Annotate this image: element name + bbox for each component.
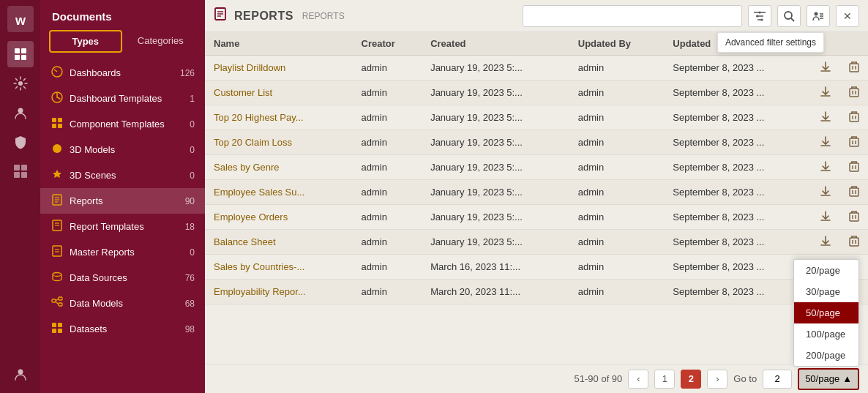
- perpage-50[interactable]: 50/page: [794, 302, 858, 323]
- perpage-30[interactable]: 30/page: [794, 281, 858, 302]
- svg-line-35: [56, 302, 59, 304]
- master-reports-count: 0: [190, 247, 195, 258]
- doc-item-data-sources[interactable]: Data Sources 76: [40, 265, 205, 291]
- reports-table: Name Creator Created Updated By Updated …: [205, 32, 868, 304]
- next-page-btn[interactable]: ›: [707, 370, 727, 389]
- close-btn[interactable]: ✕: [836, 5, 859, 27]
- doc-item-report-templates[interactable]: Report Templates 18: [40, 214, 205, 239]
- row-download-btn[interactable]: [811, 205, 840, 230]
- nav-shield[interactable]: [7, 129, 34, 155]
- perpage-200[interactable]: 200/page: [794, 345, 858, 366]
- row-name[interactable]: Balance Sheet: [205, 230, 353, 255]
- svg-rect-36: [52, 323, 56, 327]
- doc-item-dashboard-templates[interactable]: Dashboard Templates 1: [40, 86, 205, 111]
- svg-text:w: w: [14, 13, 26, 28]
- filter-btn[interactable]: [748, 5, 771, 27]
- row-name[interactable]: Playlist Drilldown: [205, 56, 353, 81]
- svg-rect-3: [21, 48, 26, 53]
- dashboard-templates-icon: [50, 91, 64, 105]
- row-name[interactable]: Top 20 Highest Pay...: [205, 105, 353, 130]
- perpage-100[interactable]: 100/page: [794, 323, 858, 345]
- reports-label: Reports: [70, 195, 179, 206]
- row-created: January 19, 2023 5:...: [422, 81, 569, 105]
- doc-item-reports[interactable]: Reports 90: [40, 188, 205, 214]
- 3d-scenes-count: 0: [190, 171, 195, 181]
- row-delete-btn[interactable]: [840, 155, 868, 180]
- nav-grid[interactable]: [7, 158, 34, 184]
- row-name[interactable]: Customer List: [205, 81, 353, 105]
- type-category-tabs: Types Categories: [40, 30, 205, 60]
- tab-types[interactable]: Types: [49, 30, 122, 53]
- doc-item-master-reports[interactable]: Master Reports 0: [40, 239, 205, 265]
- goto-input[interactable]: [763, 370, 792, 389]
- row-download-btn[interactable]: [811, 155, 840, 180]
- nav-user-profile[interactable]: [7, 361, 34, 387]
- row-delete-btn[interactable]: [840, 130, 868, 155]
- row-updated: September 8, 2023 ...: [664, 81, 811, 105]
- row-updated: September 8, 2023 ...: [664, 205, 811, 230]
- perpage-20[interactable]: 20/page: [794, 260, 858, 281]
- 3d-models-label: 3D Models: [70, 144, 184, 155]
- row-delete-btn[interactable]: [840, 230, 868, 255]
- row-download-btn[interactable]: [811, 105, 840, 130]
- component-templates-count: 0: [190, 119, 195, 130]
- row-creator: admin: [353, 230, 422, 255]
- nav-user[interactable]: [7, 100, 34, 126]
- doc-item-3d-models[interactable]: 3D Models 0: [40, 137, 205, 162]
- table-row: Balance Sheet admin January 19, 2023 5:.…: [205, 230, 868, 255]
- tab-categories[interactable]: Categories: [125, 30, 197, 53]
- nav-settings[interactable]: [7, 70, 34, 97]
- table-row: Employee Sales Su... admin January 19, 2…: [205, 180, 868, 205]
- row-updated-by: admin: [569, 180, 665, 205]
- datasets-icon: [50, 322, 64, 336]
- prev-page-btn[interactable]: ‹: [628, 370, 648, 389]
- row-name[interactable]: Top 20 Claim Loss: [205, 130, 353, 155]
- search-btn[interactable]: [777, 5, 801, 27]
- report-templates-icon: [50, 220, 64, 233]
- row-created: March 20, 2023 11:...: [422, 280, 569, 304]
- doc-item-dashboards[interactable]: Dashboards 126: [40, 60, 205, 86]
- row-delete-btn[interactable]: [840, 81, 868, 105]
- nav-home[interactable]: [7, 41, 34, 67]
- app-logo[interactable]: w: [7, 6, 34, 32]
- reports-count: 90: [185, 196, 195, 206]
- svg-point-7: [18, 108, 23, 113]
- doc-item-data-models[interactable]: Data Models 68: [40, 291, 205, 316]
- row-name[interactable]: Sales by Genre: [205, 155, 353, 180]
- svg-rect-2: [15, 48, 20, 53]
- col-created[interactable]: Created: [422, 32, 569, 56]
- svg-line-51: [791, 18, 794, 21]
- row-name[interactable]: Employee Sales Su...: [205, 180, 353, 205]
- page-2-btn[interactable]: 2: [681, 370, 701, 389]
- row-download-btn[interactable]: [811, 130, 840, 155]
- col-creator[interactable]: Creator: [353, 32, 422, 56]
- row-updated-by: admin: [569, 130, 665, 155]
- perpage-button[interactable]: 50/page ▲: [798, 368, 859, 390]
- row-download-btn[interactable]: [811, 230, 840, 255]
- page-1-btn[interactable]: 1: [654, 370, 675, 389]
- row-name[interactable]: Employee Orders: [205, 205, 353, 230]
- row-download-btn[interactable]: [811, 81, 840, 105]
- svg-point-49: [761, 18, 763, 20]
- row-delete-btn[interactable]: [840, 180, 868, 205]
- col-updated-by[interactable]: Updated By: [569, 32, 665, 56]
- row-name[interactable]: Employability Repor...: [205, 280, 353, 304]
- row-name[interactable]: Sales by Countries-...: [205, 255, 353, 280]
- data-sources-label: Data Sources: [70, 272, 179, 283]
- doc-item-3d-scenes[interactable]: 3D Scenes 0: [40, 162, 205, 188]
- row-delete-btn[interactable]: [840, 105, 868, 130]
- row-delete-btn[interactable]: [840, 205, 868, 230]
- user-mgmt-btn[interactable]: [807, 5, 830, 27]
- row-updated: September 8, 2023 ...: [664, 56, 811, 81]
- search-input[interactable]: [523, 5, 742, 27]
- row-download-btn[interactable]: [811, 180, 840, 205]
- row-created: January 19, 2023 5:...: [422, 155, 569, 180]
- row-delete-btn[interactable]: [840, 56, 868, 81]
- row-created: January 19, 2023 5:...: [422, 230, 569, 255]
- row-download-btn[interactable]: [811, 56, 840, 81]
- col-name[interactable]: Name: [205, 32, 353, 56]
- row-updated-by: admin: [569, 81, 665, 105]
- doc-item-datasets[interactable]: Datasets 98: [40, 316, 205, 342]
- doc-item-component-templates[interactable]: Component Templates 0: [40, 111, 205, 137]
- row-updated: September 8, 2023 ...: [664, 130, 811, 155]
